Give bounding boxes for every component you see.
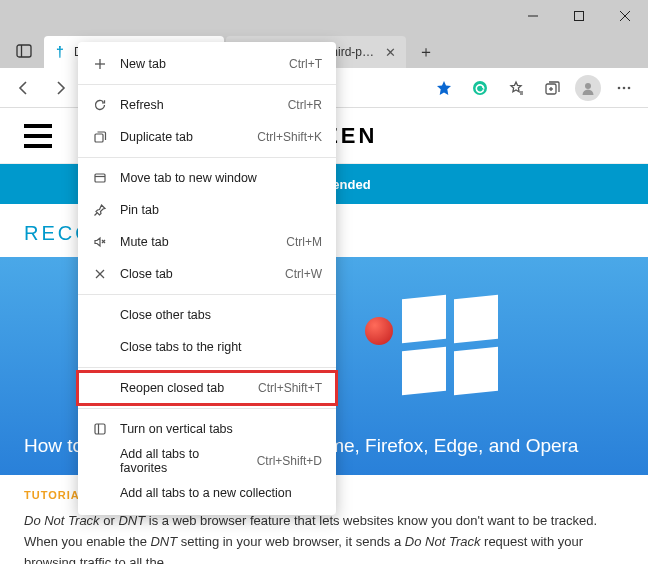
menu-item-turn-on-vertical-tabs[interactable]: Turn on vertical tabs <box>78 413 336 445</box>
menu-separator <box>78 84 336 85</box>
menu-item-label: Duplicate tab <box>120 130 245 144</box>
menu-item-shortcut: Ctrl+T <box>289 57 322 71</box>
duplicate-icon <box>92 130 108 144</box>
menu-item-duplicate-tab[interactable]: Duplicate tabCtrl+Shift+K <box>78 121 336 153</box>
menu-item-shortcut: Ctrl+Shift+T <box>258 381 322 395</box>
svg-rect-21 <box>95 134 103 142</box>
menu-item-label: Add all tabs to favorites <box>120 447 245 475</box>
svg-point-14 <box>623 86 626 89</box>
favorites-button[interactable] <box>500 72 532 104</box>
vertical-icon <box>92 422 108 436</box>
menu-item-shortcut: Ctrl+Shift+K <box>257 130 322 144</box>
mute-icon <box>92 235 108 249</box>
menu-item-close-other-tabs[interactable]: Close other tabs <box>78 299 336 331</box>
window-minimize-button[interactable] <box>510 0 556 32</box>
svg-point-15 <box>628 86 631 89</box>
svg-rect-22 <box>95 174 105 182</box>
favorite-star-icon[interactable] <box>428 72 460 104</box>
menu-item-label: Mute tab <box>120 235 274 249</box>
tab-context-menu: New tabCtrl+TRefreshCtrl+RDuplicate tabC… <box>78 42 336 515</box>
profile-avatar[interactable] <box>572 72 604 104</box>
menu-item-shortcut: Ctrl+R <box>288 98 322 112</box>
svg-rect-29 <box>95 424 105 434</box>
window-icon <box>92 171 108 185</box>
svg-rect-1 <box>575 12 584 21</box>
article-body: Do Not Track or DNT is a web browser fea… <box>0 511 648 564</box>
menu-item-label: Close other tabs <box>120 308 310 322</box>
window-controls <box>510 0 648 32</box>
tab-close-button[interactable]: ✕ <box>382 44 398 60</box>
menu-separator <box>78 367 336 368</box>
menu-item-pin-tab[interactable]: Pin tab <box>78 194 336 226</box>
menu-item-shortcut: Ctrl+Shift+D <box>257 454 322 468</box>
menu-separator <box>78 294 336 295</box>
new-tab-button[interactable]: ＋ <box>412 38 440 66</box>
extension-icon[interactable] <box>464 72 496 104</box>
menu-item-new-tab[interactable]: New tabCtrl+T <box>78 48 336 80</box>
favicon-icon: † <box>52 44 68 60</box>
menu-item-label: Move tab to new window <box>120 171 310 185</box>
opera-logo-icon <box>365 317 393 345</box>
forward-button[interactable] <box>44 72 76 104</box>
menu-item-label: Refresh <box>120 98 276 112</box>
menu-item-reopen-closed-tab[interactable]: Reopen closed tabCtrl+Shift+T <box>78 372 336 404</box>
close-icon <box>92 267 108 281</box>
plus-icon <box>92 57 108 71</box>
refresh-icon <box>92 98 108 112</box>
menu-item-move-tab-to-new-window[interactable]: Move tab to new window <box>78 162 336 194</box>
menu-item-shortcut: Ctrl+W <box>285 267 322 281</box>
menu-item-label: Add all tabs to a new collection <box>120 486 310 500</box>
windows-logo-icon <box>402 297 498 393</box>
collections-button[interactable] <box>536 72 568 104</box>
menu-item-label: Turn on vertical tabs <box>120 422 310 436</box>
pin-icon <box>92 203 108 217</box>
menu-separator <box>78 408 336 409</box>
menu-item-close-tab[interactable]: Close tabCtrl+W <box>78 258 336 290</box>
menu-item-label: New tab <box>120 57 277 71</box>
hamburger-menu-button[interactable] <box>24 124 52 148</box>
svg-point-13 <box>618 86 621 89</box>
svg-line-24 <box>95 213 98 216</box>
menu-item-close-tabs-to-the-right[interactable]: Close tabs to the right <box>78 331 336 363</box>
svg-rect-4 <box>17 45 31 57</box>
menu-item-refresh[interactable]: RefreshCtrl+R <box>78 89 336 121</box>
menu-item-add-all-tabs-to-favorites[interactable]: Add all tabs to favoritesCtrl+Shift+D <box>78 445 336 477</box>
back-button[interactable] <box>8 72 40 104</box>
menu-item-label: Pin tab <box>120 203 310 217</box>
svg-point-12 <box>585 83 591 89</box>
menu-item-add-all-tabs-to-a-new-collection[interactable]: Add all tabs to a new collection <box>78 477 336 509</box>
menu-button[interactable] <box>608 72 640 104</box>
menu-item-label: Close tab <box>120 267 273 281</box>
menu-item-label: Close tabs to the right <box>120 340 310 354</box>
window-close-button[interactable] <box>602 0 648 32</box>
menu-item-shortcut: Ctrl+M <box>286 235 322 249</box>
window-maximize-button[interactable] <box>556 0 602 32</box>
menu-item-label: Reopen closed tab <box>120 381 246 395</box>
window-titlebar <box>0 0 648 32</box>
tab-actions-button[interactable] <box>8 36 40 66</box>
menu-item-mute-tab[interactable]: Mute tabCtrl+M <box>78 226 336 258</box>
menu-separator <box>78 157 336 158</box>
